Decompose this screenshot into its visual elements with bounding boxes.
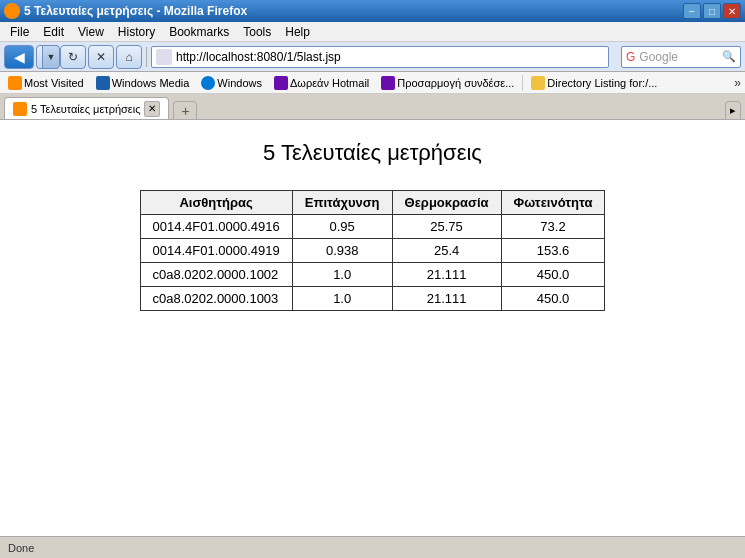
windows-icon [201, 76, 215, 90]
titlebar-buttons: − □ ✕ [683, 3, 741, 19]
refresh-icon: ↻ [68, 50, 78, 64]
cell-accel-3: 1.0 [292, 287, 392, 311]
most-visited-label: Most Visited [24, 77, 84, 89]
tab-close-button[interactable]: ✕ [144, 101, 160, 117]
hotmail-label: Δωρεάν Hotmail [290, 77, 369, 89]
forward-dropdown[interactable]: ▼ [42, 45, 60, 69]
cell-light-0: 73.2 [501, 215, 605, 239]
table-row: 0014.4F01.0000.4919 0.938 25.4 153.6 [140, 239, 605, 263]
menu-bookmarks[interactable]: Bookmarks [163, 23, 235, 41]
menu-tools[interactable]: Tools [237, 23, 277, 41]
bookmark-windows[interactable]: Windows [197, 75, 266, 91]
table-row: c0a8.0202.0000.1002 1.0 21.111 450.0 [140, 263, 605, 287]
table-row: 0014.4F01.0000.4916 0.95 25.75 73.2 [140, 215, 605, 239]
bookmark-hotmail[interactable]: Δωρεάν Hotmail [270, 75, 373, 91]
cell-accel-2: 1.0 [292, 263, 392, 287]
back-button[interactable]: ◀ [4, 45, 34, 69]
tab-main[interactable]: 5 Τελευταίες μετρήσεις ✕ [4, 97, 169, 119]
minimize-button[interactable]: − [683, 3, 701, 19]
search-placeholder: Google [639, 50, 678, 64]
col-header-light: Φωτεινότητα [501, 191, 605, 215]
directory-icon [531, 76, 545, 90]
table-header-row: Αισθητήρας Επιτάχυνση Θερμοκρασία Φωτειν… [140, 191, 605, 215]
page-title: 5 Τελευταίες μετρήσεις [20, 140, 725, 166]
col-header-sensor: Αισθητήρας [140, 191, 292, 215]
measurements-table: Αισθητήρας Επιτάχυνση Θερμοκρασία Φωτειν… [140, 190, 606, 311]
tabbar: 5 Τελευταίες μετρήσεις ✕ + ▸ [0, 94, 745, 120]
cell-temp-3: 21.111 [392, 287, 501, 311]
tab-scroll-right[interactable]: ▸ [725, 101, 741, 119]
customize-label: Προσαρμογή συνδέσε... [397, 77, 514, 89]
bookmarks-bar: Most Visited Windows Media Windows Δωρεά… [0, 72, 745, 94]
windows-media-icon [96, 76, 110, 90]
close-button[interactable]: ✕ [723, 3, 741, 19]
new-tab-button[interactable]: + [173, 101, 197, 119]
titlebar-title: 5 Τελευταίες μετρήσεις - Mozilla Firefox [24, 4, 247, 18]
bookmarks-more-button[interactable]: » [734, 76, 741, 90]
bookmark-windows-media[interactable]: Windows Media [92, 75, 194, 91]
search-bar[interactable]: G Google 🔍 [621, 46, 741, 68]
cell-light-1: 153.6 [501, 239, 605, 263]
cell-sensor-1: 0014.4F01.0000.4919 [140, 239, 292, 263]
nav-separator [146, 47, 147, 67]
address-icon [156, 49, 172, 65]
address-bar[interactable]: http://localhost:8080/1/5last.jsp [151, 46, 609, 68]
cell-light-2: 450.0 [501, 263, 605, 287]
statusbar: Done [0, 536, 745, 558]
firefox-icon [4, 3, 20, 19]
cell-temp-1: 25.4 [392, 239, 501, 263]
bookmark-directory[interactable]: Directory Listing for:/... [527, 75, 661, 91]
content-area: 5 Τελευταίες μετρήσεις Αισθητήρας Επιτάχ… [0, 120, 745, 536]
bookmark-most-visited[interactable]: Most Visited [4, 75, 88, 91]
cell-sensor-2: c0a8.0202.0000.1002 [140, 263, 292, 287]
bookmark-customize[interactable]: Προσαρμογή συνδέσε... [377, 75, 518, 91]
cell-temp-0: 25.75 [392, 215, 501, 239]
search-logo: G [626, 50, 635, 64]
menu-file[interactable]: File [4, 23, 35, 41]
address-text: http://localhost:8080/1/5last.jsp [176, 50, 341, 64]
search-icon: 🔍 [722, 50, 736, 63]
directory-label: Directory Listing for:/... [547, 77, 657, 89]
cell-sensor-3: c0a8.0202.0000.1003 [140, 287, 292, 311]
cell-accel-0: 0.95 [292, 215, 392, 239]
col-header-accel: Επιτάχυνση [292, 191, 392, 215]
tab-icon [13, 102, 27, 116]
cell-sensor-0: 0014.4F01.0000.4916 [140, 215, 292, 239]
menubar: File Edit View History Bookmarks Tools H… [0, 22, 745, 42]
menu-help[interactable]: Help [279, 23, 316, 41]
table-row: c0a8.0202.0000.1003 1.0 21.111 450.0 [140, 287, 605, 311]
col-header-temp: Θερμοκρασία [392, 191, 501, 215]
menu-edit[interactable]: Edit [37, 23, 70, 41]
home-icon: ⌂ [125, 50, 132, 64]
titlebar-left: 5 Τελευταίες μετρήσεις - Mozilla Firefox [4, 3, 247, 19]
refresh-button[interactable]: ↻ [60, 45, 86, 69]
maximize-button[interactable]: □ [703, 3, 721, 19]
stop-icon: ✕ [96, 50, 106, 64]
stop-button[interactable]: ✕ [88, 45, 114, 69]
back-icon: ◀ [14, 49, 25, 65]
most-visited-icon [8, 76, 22, 90]
titlebar: 5 Τελευταίες μετρήσεις - Mozilla Firefox… [0, 0, 745, 22]
status-text: Done [8, 542, 34, 554]
menu-history[interactable]: History [112, 23, 161, 41]
tab-label: 5 Τελευταίες μετρήσεις [31, 103, 140, 115]
browser-window: 5 Τελευταίες μετρήσεις - Mozilla Firefox… [0, 0, 745, 558]
cell-temp-2: 21.111 [392, 263, 501, 287]
windows-label: Windows [217, 77, 262, 89]
customize-icon [381, 76, 395, 90]
bookmark-separator [522, 75, 523, 91]
home-button[interactable]: ⌂ [116, 45, 142, 69]
hotmail-icon [274, 76, 288, 90]
navbar: ◀ ▼ ▶ ↻ ✕ ⌂ http://localhost:8080/1/5las… [0, 42, 745, 72]
cell-light-3: 450.0 [501, 287, 605, 311]
windows-media-label: Windows Media [112, 77, 190, 89]
menu-view[interactable]: View [72, 23, 110, 41]
cell-accel-1: 0.938 [292, 239, 392, 263]
